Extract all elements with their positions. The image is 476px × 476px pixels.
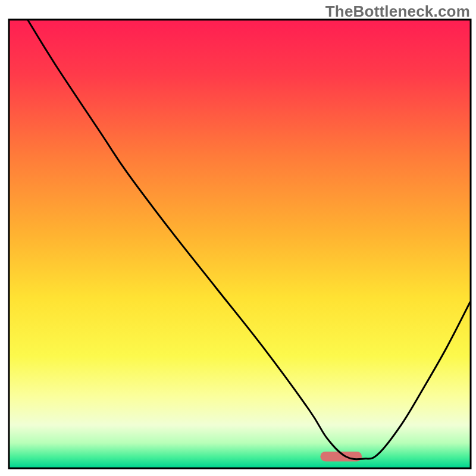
plot-background xyxy=(10,20,470,468)
watermark-text: TheBottleneck.com xyxy=(325,2,470,21)
plot-svg xyxy=(0,0,476,476)
bottleneck-chart: TheBottleneck.com xyxy=(0,0,476,476)
plot-area xyxy=(9,20,471,468)
